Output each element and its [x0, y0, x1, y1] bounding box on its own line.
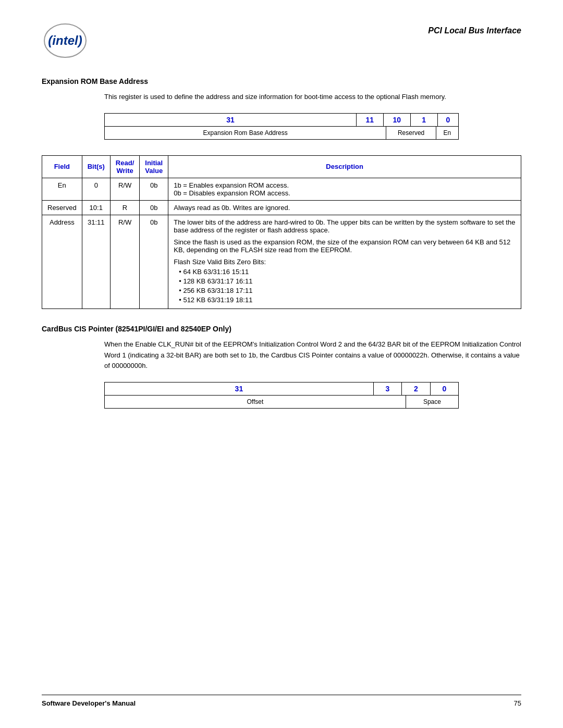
rw-address: R/W	[110, 215, 139, 309]
section2-title: CardBus CIS Pointer (82541PI/GI/EI and 8…	[42, 325, 521, 333]
page-header: (intel) PCI Local Bus Interface	[42, 21, 521, 61]
list-item: 256 KB 63/31:18 17:11	[179, 287, 516, 294]
bit-header-0: 0	[438, 114, 458, 126]
bit2-header-31: 31	[105, 382, 374, 395]
bit-diagram-2: 31 3 2 0 Offset Space	[104, 382, 459, 409]
col-field: Field	[42, 155, 82, 178]
rw-en: R/W	[110, 178, 139, 200]
list-item: 128 KB 63/31:17 16:11	[179, 277, 516, 285]
initial-reserved: 0b	[140, 200, 168, 215]
intel-logo: (intel)	[42, 21, 89, 61]
bit-diagram-1: 31 11 10 1 0 Expansion Rom Base Address …	[104, 113, 459, 140]
bit2-field-space: Space	[406, 396, 458, 408]
section1-description: This register is used to define the addr…	[104, 92, 521, 103]
col-bits: Bit(s)	[82, 155, 110, 178]
initial-en: 0b	[140, 178, 168, 200]
col-rw: Read/Write	[110, 155, 139, 178]
section1-title: Expansion ROM Base Address	[42, 77, 521, 85]
table-row: Address 31:11 R/W 0b The lower bits of t…	[42, 215, 521, 309]
desc-address: The lower bits of the address are hard-w…	[168, 215, 521, 309]
list-item: 512 KB 63/31:19 18:11	[179, 296, 516, 304]
footer-title: Software Developer's Manual	[42, 699, 136, 707]
bit-header-11: 11	[357, 114, 384, 126]
bit-header-31: 31	[105, 114, 357, 126]
bit2-header-0: 0	[431, 382, 458, 395]
bit-field-reserved: Reserved	[386, 127, 436, 139]
table-row: Reserved 10:1 R 0b Always read as 0b. Wr…	[42, 200, 521, 215]
bit-header-1: 1	[411, 114, 438, 126]
table-row: En 0 R/W 0b 1b = Enables expansion ROM a…	[42, 178, 521, 200]
bits-reserved: 10:1	[82, 200, 110, 215]
bits-en: 0	[82, 178, 110, 200]
desc-en: 1b = Enables expansion ROM access. 0b = …	[168, 178, 521, 200]
section2-description: When the Enable CLK_RUN# bit of the EEPR…	[104, 339, 521, 372]
svg-text:(intel): (intel)	[48, 33, 82, 47]
bit-field-expansion: Expansion Rom Base Address	[105, 127, 386, 139]
field-reserved: Reserved	[42, 200, 82, 215]
list-item: 64 KB 63/31:16 15:11	[179, 268, 516, 276]
rw-reserved: R	[110, 200, 139, 215]
header-title: PCI Local Bus Interface	[428, 26, 521, 35]
bit-header-10: 10	[384, 114, 411, 126]
bit2-header-3: 3	[374, 382, 402, 395]
bit2-header-2: 2	[402, 382, 430, 395]
bit-field-en: En	[436, 127, 458, 139]
bits-address: 31:11	[82, 215, 110, 309]
footer-page: 75	[514, 699, 521, 707]
initial-address: 0b	[140, 215, 168, 309]
col-description: Description	[168, 155, 521, 178]
page: (intel) PCI Local Bus Interface Expansio…	[0, 0, 563, 728]
footer: Software Developer's Manual 75	[42, 695, 521, 707]
field-address: Address	[42, 215, 82, 309]
bit2-field-offset: Offset	[105, 396, 406, 408]
col-initial: InitialValue	[140, 155, 168, 178]
desc-reserved: Always read as 0b. Writes are ignored.	[168, 200, 521, 215]
field-table: Field Bit(s) Read/Write InitialValue Des…	[42, 155, 521, 309]
field-en: En	[42, 178, 82, 200]
